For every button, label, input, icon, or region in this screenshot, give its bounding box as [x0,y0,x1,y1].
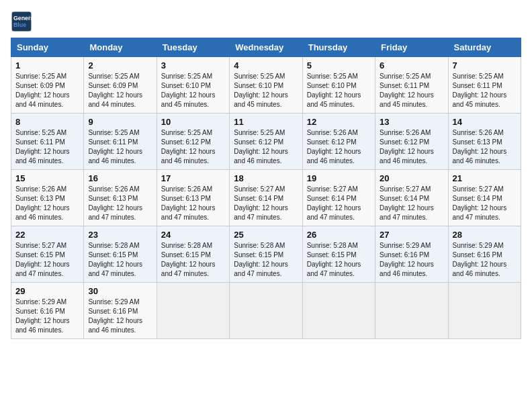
weekday-header: Monday [84,38,157,57]
day-info: Sunrise: 5:27 AM Sunset: 6:14 PM Dayligh… [234,185,298,222]
day-info: Sunrise: 5:25 AM Sunset: 6:09 PM Dayligh… [88,72,152,109]
calendar-cell: 4 Sunrise: 5:25 AM Sunset: 6:10 PM Dayli… [230,57,302,113]
day-info: Sunrise: 5:28 AM Sunset: 6:15 PM Dayligh… [88,241,152,279]
day-info: Sunrise: 5:29 AM Sunset: 6:16 PM Dayligh… [88,298,152,335]
day-number: 18 [234,173,298,183]
day-info: Sunrise: 5:28 AM Sunset: 6:15 PM Dayligh… [161,241,225,279]
calendar-cell: 2 Sunrise: 5:25 AM Sunset: 6:09 PM Dayli… [84,57,157,113]
calendar-cell: 5 Sunrise: 5:25 AM Sunset: 6:10 PM Dayli… [302,57,375,113]
day-info: Sunrise: 5:29 AM Sunset: 6:16 PM Dayligh… [380,241,443,279]
day-number: 4 [234,60,298,71]
day-info: Sunrise: 5:25 AM Sunset: 6:11 PM Dayligh… [380,72,443,109]
day-number: 6 [380,60,443,71]
calendar-cell: 20 Sunrise: 5:27 AM Sunset: 6:14 PM Dayl… [375,170,448,226]
weekday-header: Sunday [11,38,84,57]
calendar-cell: 9 Sunrise: 5:25 AM Sunset: 6:11 PM Dayli… [84,113,157,170]
day-number: 13 [380,117,443,127]
calendar-header: SundayMondayTuesdayWednesdayThursdayFrid… [11,38,521,57]
calendar-cell: 19 Sunrise: 5:27 AM Sunset: 6:14 PM Dayl… [302,170,375,226]
day-number: 12 [307,117,371,127]
day-number: 1 [15,60,79,71]
day-number: 22 [15,230,79,240]
day-info: Sunrise: 5:25 AM Sunset: 6:09 PM Dayligh… [15,72,79,109]
day-info: Sunrise: 5:25 AM Sunset: 6:11 PM Dayligh… [453,72,517,109]
day-info: Sunrise: 5:26 AM Sunset: 6:13 PM Dayligh… [453,128,517,166]
day-info: Sunrise: 5:29 AM Sunset: 6:16 PM Dayligh… [15,298,79,335]
day-info: Sunrise: 5:28 AM Sunset: 6:15 PM Dayligh… [234,241,298,279]
calendar-cell: 16 Sunrise: 5:26 AM Sunset: 6:13 PM Dayl… [84,170,157,226]
calendar-cell: 23 Sunrise: 5:28 AM Sunset: 6:15 PM Dayl… [84,226,157,283]
day-info: Sunrise: 5:26 AM Sunset: 6:13 PM Dayligh… [15,185,79,222]
day-info: Sunrise: 5:25 AM Sunset: 6:10 PM Dayligh… [234,72,298,109]
day-number: 5 [307,60,371,71]
calendar-body: 1 Sunrise: 5:25 AM Sunset: 6:09 PM Dayli… [11,57,521,339]
day-info: Sunrise: 5:25 AM Sunset: 6:11 PM Dayligh… [15,128,79,166]
calendar-cell: 14 Sunrise: 5:26 AM Sunset: 6:13 PM Dayl… [448,113,521,170]
day-info: Sunrise: 5:25 AM Sunset: 6:12 PM Dayligh… [234,128,298,166]
calendar-cell: 17 Sunrise: 5:26 AM Sunset: 6:13 PM Dayl… [157,170,229,226]
calendar-cell: 28 Sunrise: 5:29 AM Sunset: 6:16 PM Dayl… [448,226,521,283]
calendar-cell: 21 Sunrise: 5:27 AM Sunset: 6:14 PM Dayl… [448,170,521,226]
day-number: 9 [88,117,152,127]
day-number: 7 [453,60,517,71]
day-number: 30 [88,286,152,296]
day-number: 10 [161,117,225,127]
day-info: Sunrise: 5:26 AM Sunset: 6:12 PM Dayligh… [307,128,371,166]
calendar-week-row: 22 Sunrise: 5:27 AM Sunset: 6:15 PM Dayl… [11,226,521,283]
day-info: Sunrise: 5:27 AM Sunset: 6:14 PM Dayligh… [307,185,371,222]
day-number: 26 [307,230,371,240]
calendar-cell: 24 Sunrise: 5:28 AM Sunset: 6:15 PM Dayl… [157,226,229,283]
day-number: 23 [88,230,152,240]
calendar-cell: 15 Sunrise: 5:26 AM Sunset: 6:13 PM Dayl… [11,170,84,226]
day-number: 14 [453,117,517,127]
calendar-cell [230,283,302,339]
logo-icon: General Blue [11,11,32,32]
day-number: 21 [453,173,517,183]
weekday-header: Wednesday [230,38,302,57]
day-info: Sunrise: 5:26 AM Sunset: 6:12 PM Dayligh… [380,128,443,166]
calendar-week-row: 8 Sunrise: 5:25 AM Sunset: 6:11 PM Dayli… [11,113,521,170]
weekday-header: Saturday [448,38,521,57]
calendar-cell: 18 Sunrise: 5:27 AM Sunset: 6:14 PM Dayl… [230,170,302,226]
day-number: 11 [234,117,298,127]
day-number: 19 [307,173,371,183]
calendar-cell: 8 Sunrise: 5:25 AM Sunset: 6:11 PM Dayli… [11,113,84,170]
svg-text:Blue: Blue [13,21,26,28]
logo: General Blue [11,11,35,32]
calendar-cell: 6 Sunrise: 5:25 AM Sunset: 6:11 PM Dayli… [375,57,448,113]
day-info: Sunrise: 5:28 AM Sunset: 6:15 PM Dayligh… [307,241,371,279]
calendar-cell: 11 Sunrise: 5:25 AM Sunset: 6:12 PM Dayl… [230,113,302,170]
day-number: 17 [161,173,225,183]
day-number: 27 [380,230,443,240]
calendar-cell: 7 Sunrise: 5:25 AM Sunset: 6:11 PM Dayli… [448,57,521,113]
calendar: SundayMondayTuesdayWednesdayThursdayFrid… [11,38,521,339]
day-number: 24 [161,230,225,240]
calendar-cell: 22 Sunrise: 5:27 AM Sunset: 6:15 PM Dayl… [11,226,84,283]
calendar-cell: 30 Sunrise: 5:29 AM Sunset: 6:16 PM Dayl… [84,283,157,339]
day-info: Sunrise: 5:26 AM Sunset: 6:13 PM Dayligh… [161,185,225,222]
weekday-header: Friday [375,38,448,57]
calendar-week-row: 29 Sunrise: 5:29 AM Sunset: 6:16 PM Dayl… [11,283,521,339]
day-number: 25 [234,230,298,240]
calendar-cell [375,283,448,339]
weekday-header: Thursday [302,38,375,57]
calendar-cell: 26 Sunrise: 5:28 AM Sunset: 6:15 PM Dayl… [302,226,375,283]
calendar-cell [448,283,521,339]
day-info: Sunrise: 5:27 AM Sunset: 6:14 PM Dayligh… [453,185,517,222]
day-number: 16 [88,173,152,183]
day-number: 28 [453,230,517,240]
calendar-cell: 27 Sunrise: 5:29 AM Sunset: 6:16 PM Dayl… [375,226,448,283]
day-number: 3 [161,60,225,71]
day-info: Sunrise: 5:25 AM Sunset: 6:11 PM Dayligh… [88,128,152,166]
day-info: Sunrise: 5:27 AM Sunset: 6:14 PM Dayligh… [380,185,443,222]
day-info: Sunrise: 5:25 AM Sunset: 6:10 PM Dayligh… [307,72,371,109]
day-number: 2 [88,60,152,71]
calendar-cell: 29 Sunrise: 5:29 AM Sunset: 6:16 PM Dayl… [11,283,84,339]
day-info: Sunrise: 5:25 AM Sunset: 6:10 PM Dayligh… [161,72,225,109]
day-number: 15 [15,173,79,183]
calendar-cell: 10 Sunrise: 5:25 AM Sunset: 6:12 PM Dayl… [157,113,229,170]
calendar-week-row: 15 Sunrise: 5:26 AM Sunset: 6:13 PM Dayl… [11,170,521,226]
calendar-cell: 1 Sunrise: 5:25 AM Sunset: 6:09 PM Dayli… [11,57,84,113]
calendar-cell [302,283,375,339]
day-info: Sunrise: 5:25 AM Sunset: 6:12 PM Dayligh… [161,128,225,166]
